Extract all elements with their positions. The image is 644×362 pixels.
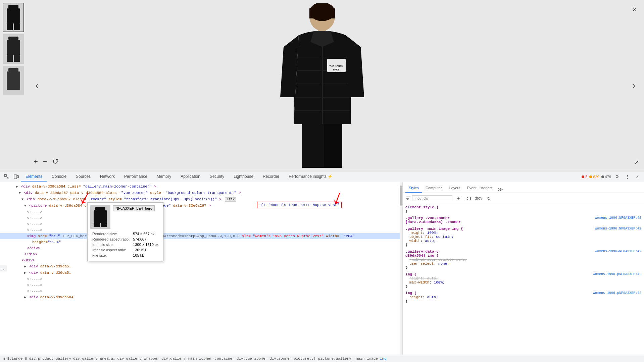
tab-network[interactable]: Network [95, 172, 119, 182]
svg-rect-31 [94, 223, 100, 227]
tooltip-thumb [90, 205, 110, 229]
more-options-button[interactable]: ⋮ [623, 173, 631, 181]
svg-rect-12 [309, 8, 335, 18]
styles-more-button[interactable]: ≫ [497, 186, 503, 193]
html-line-7: <!----> [0, 221, 402, 227]
tab-layout[interactable]: Layout [446, 184, 464, 193]
html-line-div4: ▶ <div data-v-d39da584 [0, 294, 402, 301]
svg-rect-28 [17, 175, 18, 178]
tab-performance-insights[interactable]: Performance insights ⚡ [284, 172, 337, 182]
html-line-close1: </div> [0, 245, 402, 251]
warning-dot [589, 175, 592, 178]
css-rule-main-image: .gallery__main-image img { womens-1996.N… [405, 227, 641, 247]
svg-rect-4 [8, 37, 18, 40]
info-dot [601, 175, 604, 178]
svg-rect-1 [7, 8, 20, 23]
styles-panel: Styles Computed Layout Event Listeners ≫… [403, 182, 644, 355]
elements-panel: … ▶ <div data-v-d39da584 class= "gallery… [0, 182, 403, 355]
tab-memory[interactable]: Memory [152, 172, 176, 182]
toggle-class-button[interactable]: .cls [464, 194, 473, 202]
html-line-c10: <!----> [0, 282, 402, 288]
warning-count: 629 [593, 175, 599, 179]
svg-rect-7 [14, 55, 20, 62]
breadcrumb-gallery-area-2[interactable]: div.gallery_wrapper [116, 357, 160, 361]
breadcrumb-m8[interactable]: m-8.large-8 [2, 357, 28, 361]
alt-text-annotation: alt="Women's 1996 Retro Nuptse Vest" [257, 202, 342, 208]
panel-expand-button[interactable]: … [0, 265, 7, 272]
add-style-button[interactable]: + [454, 194, 462, 202]
styles-toolbar: + .cls :hov ↻ [403, 193, 644, 204]
tab-elements[interactable]: Elements [21, 172, 47, 182]
prev-arrow[interactable]: ‹ [30, 79, 44, 92]
html-line-6: <!----> [0, 215, 402, 221]
styles-filter-input[interactable] [412, 195, 452, 201]
thumbnail-3[interactable] [3, 66, 24, 95]
html-line-div2: ▶ <div data-v-d39da5… [0, 263, 402, 270]
next-arrow[interactable]: › [627, 79, 641, 92]
tab-computed[interactable]: Computed [422, 184, 446, 193]
zoom-in-button[interactable]: + [34, 157, 38, 166]
refresh-button[interactable]: ↻ [485, 194, 493, 202]
tab-console[interactable]: Console [47, 172, 71, 182]
svg-rect-2 [7, 23, 13, 30]
styles-content[interactable]: element.style { } .gallery .vue-zoomer w… [403, 204, 644, 355]
css-rule-vue-zoomer: .gallery .vue-zoomer womens-1996.NF0A3XE… [405, 216, 641, 224]
error-badge: 5 [582, 175, 587, 179]
tab-styles[interactable]: Styles [405, 184, 422, 193]
zoom-out-button[interactable]: − [43, 157, 47, 166]
html-line-height: height="1284" [0, 239, 402, 245]
tab-application[interactable]: Application [176, 172, 205, 182]
vest-svg: THE NORTH FACE [255, 3, 389, 168]
html-line-2: ▼ <div data-v-33e6a267 data-v-d39da584 c… [0, 190, 402, 196]
svg-text:FACE: FACE [333, 68, 339, 71]
breadcrumb-img[interactable]: img [379, 357, 387, 361]
breadcrumb-zoomer[interactable]: div.zoomer [269, 357, 292, 361]
devtools-close-button[interactable]: × [633, 173, 641, 181]
expand-button[interactable]: ⤢ [634, 159, 639, 166]
styles-panel-tabs: Styles Computed Layout Event Listeners ≫ [403, 182, 644, 193]
elements-scrollbar[interactable] [400, 182, 402, 355]
zoom-reset-button[interactable]: ↺ [52, 157, 58, 166]
filter-icon [405, 196, 410, 201]
device-toolbar-button[interactable] [12, 173, 20, 181]
tab-performance[interactable]: Performance [119, 172, 152, 182]
breadcrumb-vue-zoomer[interactable]: div.vue-zoomer [236, 357, 268, 361]
svg-rect-5 [7, 40, 20, 55]
html-line-img[interactable]: <img src= "ht…" XEP_LE4_hero?wid=1300&he… [0, 233, 402, 239]
breadcrumb-product-gallery[interactable]: div.product-gallery [29, 357, 72, 361]
scrollbar-thumb[interactable] [400, 186, 402, 206]
product-viewer: THE NORTH FACE ‹ › × + − ↺ ⤢ [0, 0, 644, 171]
svg-rect-3 [14, 23, 20, 30]
tooltip-intrinsic-aspect: Intrinsic aspect ratio: 130:151 [91, 248, 160, 252]
force-state-button[interactable]: :hov [475, 194, 483, 202]
breadcrumb-picture[interactable]: picture.vf-picture.gallery__main-image [293, 357, 379, 361]
svg-rect-30 [94, 210, 107, 223]
css-rule-img-2: img { womens-1996.pNF0A3XEP:42 height: a… [405, 291, 641, 303]
elements-content[interactable]: ▶ <div data-v-d39da584 class= "gallery_m… [0, 182, 402, 355]
svg-rect-24 [302, 124, 320, 168]
svg-rect-27 [14, 175, 17, 179]
close-button[interactable]: × [629, 3, 641, 15]
svg-rect-6 [7, 55, 13, 62]
settings-button[interactable]: ⚙ [613, 173, 621, 181]
tab-security[interactable]: Security [205, 172, 229, 182]
tab-sources[interactable]: Sources [71, 172, 95, 182]
html-line-1: ▶ <div data-v-d39da584 class= "gallery_m… [0, 184, 402, 190]
svg-rect-26 [4, 174, 6, 176]
html-line-c9: <!----> [0, 276, 402, 282]
zoom-controls: + − ↺ [34, 157, 58, 166]
tooltip-table: Rendered size: 574 × 667 px Rendered asp… [90, 231, 160, 258]
tab-recorder[interactable]: Recorder [258, 172, 284, 182]
html-line-close3: </div> [0, 257, 402, 263]
tooltip-rendered-size: Rendered size: 574 × 667 px [91, 231, 160, 236]
thumbnail-2[interactable] [3, 34, 24, 64]
svg-text:THE NORTH: THE NORTH [329, 65, 343, 67]
tab-lighthouse[interactable]: Lighthouse [229, 172, 258, 182]
inspect-element-button[interactable] [3, 173, 11, 181]
tab-event-listeners[interactable]: Event Listeners [464, 184, 496, 193]
breadcrumb-zoomer-container[interactable]: div.gallery_main-zoomer-container [161, 357, 235, 361]
thumbnail-1[interactable] [3, 3, 24, 32]
info-count: 479 [605, 175, 611, 179]
svg-rect-0 [8, 5, 18, 8]
breadcrumb-gallery-area-1[interactable]: div.gallery-area.g… [72, 357, 116, 361]
